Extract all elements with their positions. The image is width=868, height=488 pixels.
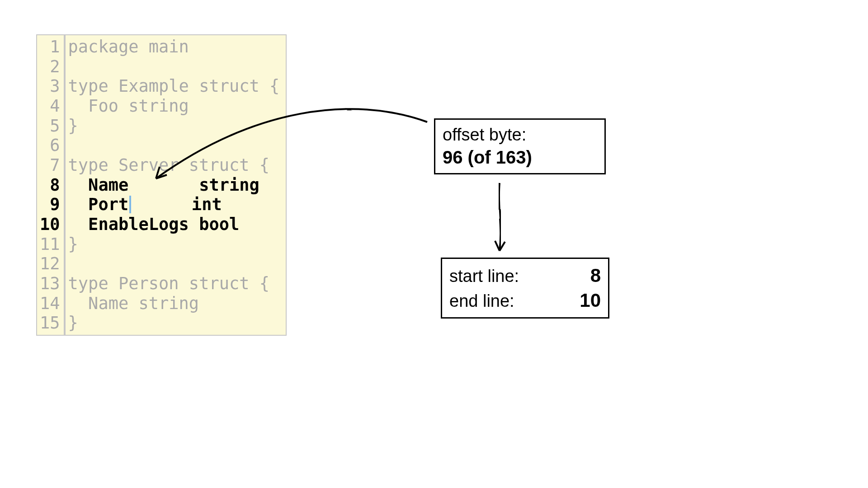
line-number: 7 <box>40 155 60 175</box>
code-line: Port int <box>68 195 280 215</box>
line-number: 1 <box>40 37 60 57</box>
line-number: 6 <box>40 136 60 155</box>
code-area: package maintype Example struct { Foo st… <box>65 34 287 336</box>
line-number: 2 <box>40 57 60 77</box>
line-number: 4 <box>40 96 60 116</box>
code-line: } <box>68 116 280 136</box>
code-line: type Person struct { <box>68 274 280 294</box>
code-line: Name string <box>68 294 280 314</box>
end-line-value: 10 <box>580 288 601 313</box>
line-number: 8 <box>40 175 60 195</box>
code-line: type Server struct { <box>68 155 280 175</box>
code-line: Name string <box>68 175 280 195</box>
code-line: EnableLogs bool <box>68 215 280 235</box>
code-line: package main <box>68 37 280 57</box>
line-number: 15 <box>40 313 60 333</box>
line-range-box: start line: 8 end line: 10 <box>441 258 609 319</box>
code-line: } <box>68 313 280 333</box>
code-line <box>68 136 280 155</box>
line-number: 10 <box>40 215 60 235</box>
offset-value: 96 (of 163) <box>443 146 597 169</box>
code-line: type Example struct { <box>68 76 280 96</box>
line-number-gutter: 123456789101112131415 <box>36 34 65 336</box>
start-line-value: 8 <box>590 263 601 288</box>
line-number: 5 <box>40 116 60 136</box>
line-number: 12 <box>40 254 60 274</box>
text-cursor <box>129 196 131 213</box>
line-number: 14 <box>40 294 60 314</box>
offset-info-box: offset byte: 96 (of 163) <box>434 118 606 174</box>
code-line <box>68 57 280 77</box>
arrow-offset-to-lines <box>499 183 501 251</box>
code-editor: 123456789101112131415 package maintype E… <box>36 34 287 336</box>
code-line <box>68 254 280 274</box>
code-line: } <box>68 235 280 254</box>
line-number: 9 <box>40 195 60 215</box>
line-number: 3 <box>40 76 60 96</box>
line-number: 13 <box>40 274 60 294</box>
end-line-label: end line: <box>449 290 514 312</box>
code-line: Foo string <box>68 96 280 116</box>
offset-label: offset byte: <box>443 124 597 146</box>
arrow-offset-to-lines-head <box>495 241 505 251</box>
line-number: 11 <box>40 235 60 254</box>
start-line-label: start line: <box>449 265 519 287</box>
